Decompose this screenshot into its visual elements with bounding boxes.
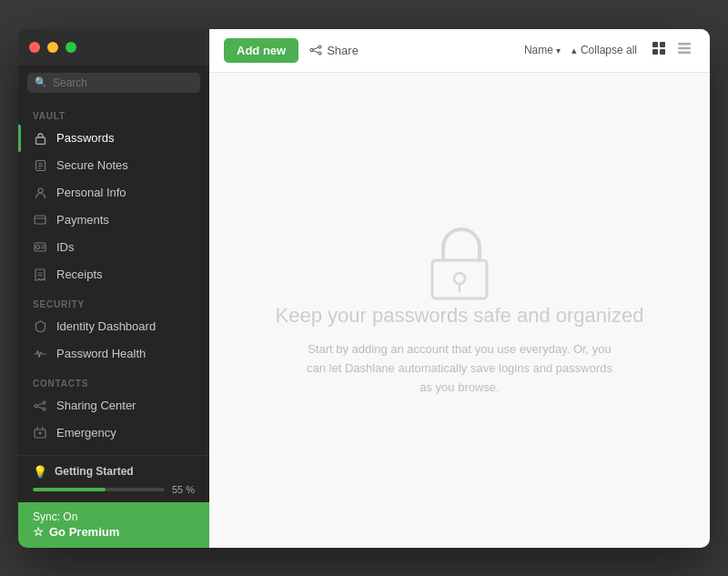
svg-rect-32	[432, 260, 487, 298]
svg-rect-28	[660, 49, 665, 55]
list-view-button[interactable]	[673, 39, 695, 61]
svg-point-16	[43, 408, 46, 410]
sidebar-item-label: Emergency	[56, 426, 116, 440]
sort-label-text: Name	[524, 44, 553, 56]
toolbar: Add new Share Name ▾ ▴ Collapse	[209, 29, 710, 73]
view-toggle	[648, 39, 695, 61]
sidebar-item-emergency[interactable]: Emergency	[18, 419, 209, 447]
grid-icon	[652, 41, 666, 56]
svg-rect-25	[652, 42, 658, 47]
sidebar-item-payments[interactable]: Payments	[18, 207, 209, 234]
security-section-label: SECURITY	[18, 288, 209, 313]
lock-icon	[33, 131, 47, 146]
empty-state-title: Keep your passwords safe and organized	[276, 304, 644, 328]
share-button[interactable]: Share	[309, 44, 359, 57]
go-premium-label: Go Premium	[49, 525, 119, 539]
progress-bar-background	[33, 488, 165, 491]
receipt-icon	[33, 268, 47, 282]
svg-rect-6	[35, 216, 46, 224]
lightbulb-icon: 💡	[33, 465, 47, 479]
toolbar-right: Name ▾ ▴ Collapse all	[524, 39, 695, 61]
svg-line-24	[313, 51, 318, 53]
search-input[interactable]	[53, 76, 193, 89]
app-window: 🔍 VAULT Passwords	[18, 29, 710, 548]
card-icon	[33, 213, 47, 227]
svg-point-22	[318, 52, 321, 55]
sidebar-item-label: Sharing Center	[56, 399, 136, 412]
share-label: Share	[327, 44, 359, 57]
sidebar-item-ids[interactable]: IDs	[18, 234, 209, 261]
sidebar-item-identity-dashboard[interactable]: Identity Dashboard	[18, 313, 209, 340]
sidebar-item-secure-notes[interactable]: Secure Notes	[18, 152, 209, 179]
collapse-all-button[interactable]: ▴ Collapse all	[571, 44, 637, 56]
sidebar-item-label: Password Health	[56, 347, 146, 360]
empty-state: Keep your passwords safe and organized S…	[209, 73, 710, 548]
vault-section-label: VAULT	[18, 100, 209, 125]
heartbeat-icon	[33, 347, 47, 361]
svg-point-5	[38, 188, 43, 193]
sidebar-item-receipts[interactable]: Receipts	[18, 261, 209, 288]
id-icon	[33, 240, 47, 255]
emergency-icon	[33, 426, 47, 440]
star-icon: ☆	[33, 525, 44, 539]
chevron-up-icon: ▴	[571, 45, 577, 56]
svg-point-15	[43, 401, 46, 404]
svg-rect-26	[660, 42, 665, 47]
shield-icon	[33, 319, 47, 334]
sidebar-item-label: Personal Info	[56, 186, 126, 199]
sidebar-item-label: Passwords	[56, 131, 115, 145]
empty-state-subtitle: Start by adding an account that you use …	[305, 340, 614, 397]
getting-started-section: 💡 Getting Started 55 %	[18, 455, 209, 502]
search-bar[interactable]: 🔍	[27, 73, 200, 93]
sort-button[interactable]: Name ▾	[524, 44, 561, 56]
svg-rect-30	[678, 47, 691, 50]
sidebar-item-label: Identity Dashboard	[56, 319, 156, 333]
note-icon	[33, 158, 47, 173]
sync-label: Sync: On	[33, 510, 195, 523]
sidebar-item-personal-info[interactable]: Personal Info	[18, 179, 209, 207]
maximize-button[interactable]	[66, 42, 76, 53]
svg-rect-31	[678, 52, 691, 55]
svg-line-17	[37, 403, 43, 405]
svg-rect-27	[652, 49, 658, 55]
close-button[interactable]	[29, 42, 40, 53]
svg-point-9	[36, 246, 40, 249]
svg-line-23	[313, 47, 318, 49]
contacts-section-label: CONTACTS	[18, 368, 209, 392]
svg-point-21	[318, 45, 321, 48]
sidebar-item-label: IDs	[56, 240, 75, 254]
svg-point-20	[310, 49, 313, 52]
sidebar-item-password-health[interactable]: Password Health	[18, 340, 209, 368]
svg-rect-29	[678, 43, 691, 45]
sidebar: 🔍 VAULT Passwords	[18, 29, 209, 548]
share-icon	[33, 399, 47, 413]
collapse-label: Collapse all	[581, 44, 637, 56]
sidebar-item-label: Secure Notes	[56, 158, 128, 172]
svg-point-14	[35, 404, 37, 407]
list-icon	[677, 41, 692, 56]
progress-percentage: 55 %	[172, 484, 195, 495]
search-icon: 🔍	[35, 76, 47, 88]
titlebar	[18, 29, 209, 66]
getting-started-label: Getting Started	[55, 465, 134, 478]
grid-view-button[interactable]	[648, 39, 670, 61]
svg-line-18	[37, 406, 43, 408]
sidebar-item-sharing-center[interactable]: Sharing Center	[18, 392, 209, 419]
person-icon	[33, 186, 47, 200]
chevron-down-icon: ▾	[556, 45, 561, 56]
progress-bar-fill	[33, 488, 106, 491]
minimize-button[interactable]	[47, 42, 58, 53]
sidebar-item-label: Receipts	[56, 268, 103, 281]
svg-rect-0	[35, 137, 45, 145]
sync-premium-bar[interactable]: Sync: On ☆ Go Premium	[18, 502, 209, 548]
sidebar-item-label: Payments	[56, 213, 109, 227]
lock-illustration	[423, 222, 496, 304]
main-content: Add new Share Name ▾ ▴ Collapse	[209, 29, 710, 548]
share-icon	[309, 45, 322, 56]
go-premium-button[interactable]: ☆ Go Premium	[33, 525, 195, 539]
sidebar-item-passwords[interactable]: Passwords	[18, 125, 209, 152]
svg-point-33	[454, 273, 465, 284]
add-new-button[interactable]: Add new	[224, 38, 298, 63]
